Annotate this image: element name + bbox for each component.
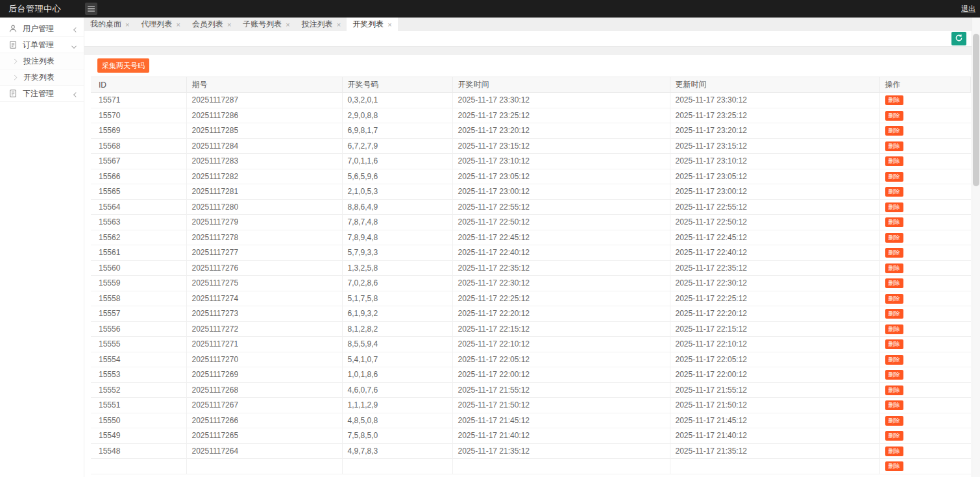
cell-actions: 删除 (879, 428, 971, 444)
sidebar-item-bet-list[interactable]: 投注列表 (0, 53, 84, 69)
cell-update-time: 2025-11-17 23:20:12 (670, 123, 879, 139)
delete-button[interactable]: 删除 (885, 309, 903, 319)
cell-numbers: 5,6,5,9,6 (342, 169, 452, 184)
sidebar-item-user-management[interactable]: 用户管理 (0, 21, 84, 37)
tab-label: 会员列表 (192, 19, 223, 30)
tab-close-icon[interactable]: × (227, 21, 231, 29)
cell-issue: 20251117267 (186, 398, 342, 413)
sidebar-item-draw-list[interactable]: 开奖列表 (0, 69, 84, 86)
delete-button[interactable]: 删除 (885, 126, 903, 136)
col-header-update-time: 更新时间 (670, 77, 879, 93)
table-row: 15551202511172671,1,1,2,92025-11-17 21:5… (91, 398, 971, 413)
cell-id: 15564 (91, 199, 186, 215)
cell-update-time: 2025-11-17 21:55:12 (670, 382, 879, 398)
cell-draw-time: 2025-11-17 22:35:12 (452, 260, 670, 276)
delete-button[interactable]: 删除 (885, 95, 903, 105)
cell-update-time: 2025-11-17 22:20:12 (670, 306, 879, 322)
cell-id: 15565 (91, 184, 186, 200)
scrollbar-thumb[interactable] (973, 34, 979, 186)
delete-button[interactable]: 删除 (885, 324, 903, 334)
cell-actions: 删除 (879, 138, 971, 154)
cell-id: 15570 (91, 108, 186, 123)
scrollbar-track[interactable] (972, 18, 980, 477)
sidebar-toggle-button[interactable] (85, 3, 97, 15)
cell-numbers: 5,1,7,5,8 (342, 291, 452, 306)
sidebar-item-wager-management[interactable]: 下注管理 (0, 86, 84, 102)
delete-button[interactable]: 删除 (885, 294, 903, 304)
delete-button[interactable]: 删除 (885, 370, 903, 380)
delete-button[interactable]: 删除 (885, 172, 903, 182)
delete-button[interactable]: 删除 (885, 355, 903, 365)
delete-button[interactable]: 删除 (885, 202, 903, 212)
cell-id: 15555 (91, 337, 186, 352)
cell-actions: 删除 (879, 291, 971, 306)
cell-actions: 删除 (879, 306, 971, 322)
delete-button[interactable]: 删除 (885, 461, 903, 471)
cell-id: 15560 (91, 260, 186, 276)
delete-button[interactable]: 删除 (885, 111, 903, 121)
cell-numbers (342, 459, 452, 474)
tab-close-icon[interactable]: × (176, 21, 180, 29)
cell-numbers: 8,1,2,8,2 (342, 321, 452, 337)
tab-agent-list[interactable]: 代理列表× (135, 18, 186, 31)
delete-button[interactable]: 删除 (885, 248, 903, 258)
cell-update-time: 2025-11-17 23:25:12 (670, 108, 879, 123)
app-title: 后台管理中心 (8, 4, 61, 14)
logout-link[interactable]: 退出 (961, 0, 975, 18)
delete-button[interactable]: 删除 (885, 156, 903, 166)
delete-button[interactable]: 删除 (885, 141, 903, 151)
cell-id: 15558 (91, 291, 186, 306)
cell-update-time: 2025-11-17 21:50:12 (670, 398, 879, 413)
tab-subaccount-list[interactable]: 子账号列表× (237, 18, 295, 31)
tab-close-icon[interactable]: × (125, 21, 129, 29)
cell-actions: 删除 (879, 184, 971, 200)
cell-numbers: 8,8,6,4,9 (342, 199, 452, 215)
tab-draw-list[interactable]: 开奖列表× (347, 18, 397, 31)
tab-label: 代理列表 (141, 19, 172, 30)
cell-id: 15548 (91, 443, 186, 459)
cell-issue: 20251117272 (186, 321, 342, 337)
table-row: 15552202511172684,6,0,7,62025-11-17 21:5… (91, 382, 971, 398)
tab-close-icon[interactable]: × (387, 21, 391, 29)
tab-close-icon[interactable]: × (286, 21, 289, 29)
cell-issue: 20251117278 (186, 230, 342, 245)
sidebar-item-label: 投注列表 (23, 56, 55, 67)
delete-button[interactable]: 删除 (885, 217, 903, 227)
sidebar-item-label: 下注管理 (23, 88, 54, 99)
delete-button[interactable]: 删除 (885, 400, 903, 410)
delete-button[interactable]: 删除 (885, 446, 903, 456)
cell-actions: 删除 (879, 93, 971, 108)
cell-update-time: 2025-11-17 22:40:12 (670, 245, 879, 261)
cell-issue: 20251117269 (186, 367, 342, 383)
content-card: 采集两天号码 ID 期号 开奖号码 开奖时间 更新时间 操作 155712025… (91, 55, 971, 477)
tab-member-list[interactable]: 会员列表× (186, 18, 237, 31)
cell-issue: 20251117283 (186, 154, 342, 169)
delete-button[interactable]: 删除 (885, 339, 903, 349)
cell-actions: 删除 (879, 443, 971, 459)
delete-button[interactable]: 删除 (885, 187, 903, 197)
delete-button[interactable]: 删除 (885, 416, 903, 426)
sidebar-item-order-management[interactable]: 订单管理 (0, 37, 84, 53)
tab-my-desktop[interactable]: 我的桌面× (84, 18, 135, 31)
cell-issue: 20251117286 (186, 108, 342, 123)
table-row: 15569202511172856,9,8,1,72025-11-17 23:2… (91, 123, 971, 139)
delete-button[interactable]: 删除 (885, 385, 903, 395)
delete-button[interactable]: 删除 (885, 233, 903, 243)
cell-issue (186, 459, 342, 474)
cell-draw-time: 2025-11-17 22:20:12 (452, 306, 670, 322)
collect-button[interactable]: 采集两天号码 (97, 58, 149, 73)
cell-numbers: 8,5,5,9,4 (342, 337, 452, 352)
cell-draw-time: 2025-11-17 23:15:12 (452, 138, 670, 154)
cell-numbers: 2,9,0,8,8 (342, 108, 452, 123)
tab-bet-list[interactable]: 投注列表× (296, 18, 347, 31)
delete-button[interactable]: 删除 (885, 278, 903, 288)
sidebar: 用户管理订单管理投注列表开奖列表下注管理 (0, 18, 84, 477)
tab-close-icon[interactable]: × (337, 21, 341, 29)
delete-button[interactable]: 删除 (885, 431, 903, 441)
cell-actions: 删除 (879, 367, 971, 383)
cell-numbers: 7,8,7,4,8 (342, 215, 452, 230)
cell-update-time: 2025-11-17 22:55:12 (670, 199, 879, 215)
delete-button[interactable]: 删除 (885, 263, 903, 273)
document-icon (8, 40, 18, 50)
refresh-button[interactable] (951, 32, 966, 45)
